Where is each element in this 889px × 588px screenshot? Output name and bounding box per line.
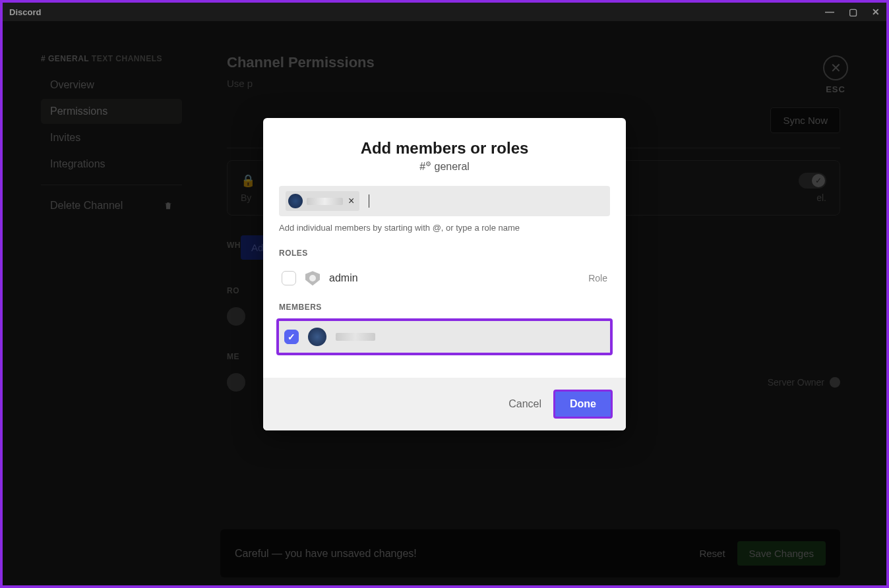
shield-icon <box>305 271 320 285</box>
chip-name-redacted <box>307 198 343 205</box>
member-checkbox-checked[interactable] <box>284 330 299 344</box>
member-item-highlighted[interactable] <box>276 318 613 355</box>
text-cursor <box>369 194 369 208</box>
member-avatar <box>308 328 326 346</box>
minimize-icon[interactable]: — <box>825 7 834 17</box>
hash-icon: #⚙ <box>419 161 431 172</box>
titlebar: Discord — ▢ ✕ <box>3 3 886 21</box>
role-type-tag: Role <box>588 273 607 283</box>
member-name-redacted <box>336 333 375 341</box>
modal-subtitle: #⚙ general <box>279 160 610 173</box>
cancel-button[interactable]: Cancel <box>508 398 541 410</box>
done-button[interactable]: Done <box>553 390 613 419</box>
app-window: Discord — ▢ ✕ # GENERAL TEXT CHANNELS Ov… <box>3 3 886 585</box>
members-section-header: MEMBERS <box>279 303 610 312</box>
maximize-icon[interactable]: ▢ <box>849 7 857 17</box>
main-area: # GENERAL TEXT CHANNELS Overview Permiss… <box>3 21 886 585</box>
modal-title: Add members or roles <box>279 139 610 158</box>
selected-member-chip: × <box>286 191 359 211</box>
app-name: Discord <box>9 7 41 17</box>
remove-chip-icon[interactable]: × <box>348 195 354 207</box>
roles-section-header: ROLES <box>279 249 610 258</box>
chip-avatar <box>288 194 303 208</box>
input-hint: Add individual members by starting with … <box>279 223 610 233</box>
role-item-admin[interactable]: admin Role <box>279 264 610 292</box>
modal-footer: Cancel Done <box>263 378 626 430</box>
window-controls: — ▢ ✕ <box>825 7 880 17</box>
role-checkbox[interactable] <box>282 271 296 285</box>
modal-overlay[interactable]: Add members or roles #⚙ general × Add <box>3 21 886 585</box>
add-members-modal: Add members or roles #⚙ general × Add <box>263 118 626 430</box>
role-name: admin <box>329 272 358 284</box>
close-window-icon[interactable]: ✕ <box>872 7 880 17</box>
member-search-input[interactable]: × <box>279 186 610 216</box>
